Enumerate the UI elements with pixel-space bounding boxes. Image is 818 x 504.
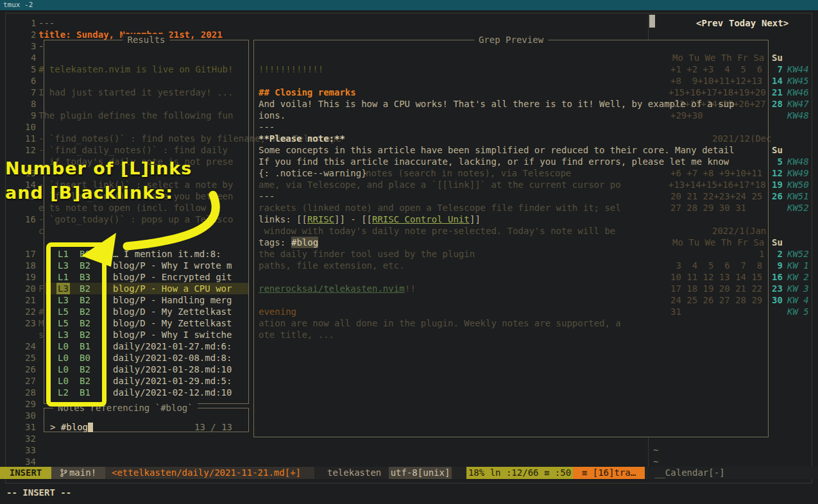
tag-highlight: #blog xyxy=(291,237,318,248)
statusline: INSERT main! <ettelkasten/daily/2021-11-… xyxy=(0,467,818,479)
annotation-text-line2: and [B]acklinks: xyxy=(5,182,173,204)
preview-line: ]] xyxy=(470,214,481,225)
encoding-segment: utf-8[unix] xyxy=(389,467,452,479)
annotation-text-line1: Number of [L]inks xyxy=(5,158,192,180)
preview-line: Some concepts in this article have been … xyxy=(259,144,735,156)
text-cursor xyxy=(88,423,93,432)
preview-line: {: .notice--warning} xyxy=(259,167,367,179)
preview-line: And voila! This is how a CPU works! That… xyxy=(259,98,735,110)
git-branch-icon xyxy=(60,469,67,477)
preview-line: ]] - [[ xyxy=(334,214,372,225)
preview-line: **Please note:** xyxy=(259,133,345,144)
position-segment: 18% ln :12/66 ≡ :50 xyxy=(466,467,573,479)
preview-line: ions. xyxy=(259,110,285,121)
preview-line: If you find this article inaccurate, lac… xyxy=(259,156,729,167)
vim-mode-message: -- INSERT -- xyxy=(6,487,71,498)
preview-heading: ## Closing remarks xyxy=(259,87,356,98)
note-link[interactable]: RRISC Control Unit xyxy=(372,214,470,225)
mode-indicator: INSERT xyxy=(0,467,51,479)
prompt-input[interactable]: > #blog xyxy=(50,421,88,433)
preview-line: tags: xyxy=(259,237,291,248)
preview-line: --- xyxy=(259,190,275,202)
annotation-highlight-box xyxy=(46,242,107,407)
git-branch-label: main! xyxy=(69,467,96,478)
calendar-statusline-segment: __Calendar[-] xyxy=(648,467,818,479)
warning-segment: ≡ [16]tra… xyxy=(573,467,645,479)
note-link[interactable]: RRISC xyxy=(307,214,334,225)
foreground-text-layer: ## Closing remarksAnd voila! This is how… xyxy=(0,0,818,504)
filename-segment: <ettelkasten/daily/2021-11-21.md[+] xyxy=(105,467,314,479)
preview-line: links: [[ xyxy=(259,214,307,225)
git-branch-segment: main! xyxy=(51,467,105,479)
result-count: 13 / 13 xyxy=(194,421,232,433)
preview-line: --- xyxy=(259,121,275,133)
filetype-segment: telekasten xyxy=(318,467,395,479)
